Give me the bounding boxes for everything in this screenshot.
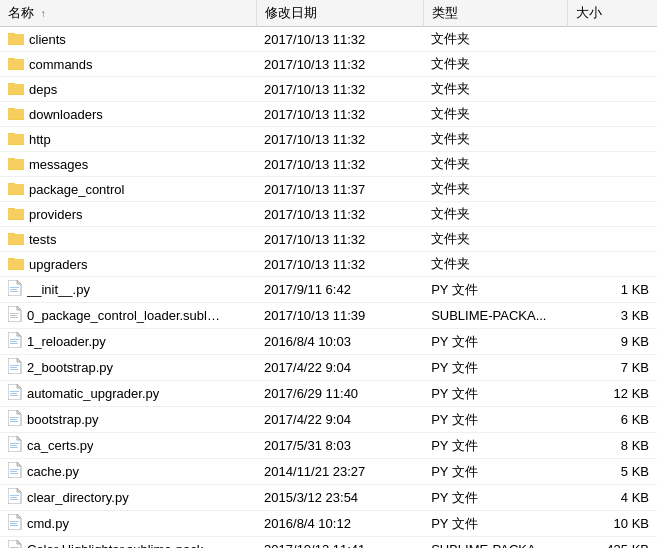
table-row[interactable]: Color Highlighter.sublime-package2017/10…: [0, 537, 657, 549]
file-size-cell: [568, 252, 657, 277]
file-type-cell: 文件夹: [423, 252, 568, 277]
file-icon: [8, 540, 22, 548]
file-type-cell: SUBLIME-PACKA...: [423, 537, 568, 549]
col-header-name[interactable]: 名称 ↑: [0, 0, 256, 27]
file-size-cell: [568, 27, 657, 52]
file-name-cell: http: [0, 127, 256, 152]
file-icon: [8, 306, 22, 325]
file-date-cell: 2017/10/13 11:32: [256, 127, 423, 152]
file-size-cell: [568, 177, 657, 202]
svg-rect-26: [8, 234, 24, 244]
file-size-cell: 7 KB: [568, 355, 657, 381]
svg-rect-17: [8, 159, 24, 169]
file-date-cell: 2017/10/13 11:32: [256, 27, 423, 52]
item-name-label: upgraders: [29, 257, 88, 272]
svg-rect-49: [10, 445, 17, 446]
file-date-cell: 2016/8/4 10:12: [256, 511, 423, 537]
table-row[interactable]: cache.py2014/11/21 23:27PY 文件5 KB: [0, 459, 657, 485]
folder-icon: [8, 31, 24, 48]
table-row[interactable]: package_control2017/10/13 11:37文件夹: [0, 177, 657, 202]
table-row[interactable]: automatic_upgrader.py2017/6/29 11:40PY 文…: [0, 381, 657, 407]
svg-rect-56: [10, 499, 18, 500]
file-list: clients2017/10/13 11:32文件夹 commands2017/…: [0, 27, 657, 549]
item-name-label: http: [29, 132, 51, 147]
item-name-label: Color Highlighter.sublime-package: [27, 542, 222, 548]
file-name-cell: messages: [0, 152, 256, 177]
table-row[interactable]: 1_reloader.py2016/8/4 10:03PY 文件9 KB: [0, 329, 657, 355]
svg-rect-2: [8, 34, 24, 44]
file-name-cell: clear_directory.py: [0, 485, 256, 511]
item-name-label: automatic_upgrader.py: [27, 386, 159, 401]
file-name-cell: 1_reloader.py: [0, 329, 256, 355]
file-size-cell: 4 KB: [568, 485, 657, 511]
item-name-label: bootstrap.py: [27, 412, 99, 427]
file-date-cell: 2017/4/22 9:04: [256, 407, 423, 433]
item-name-label: commands: [29, 57, 93, 72]
svg-rect-37: [10, 341, 17, 342]
table-row[interactable]: upgraders2017/10/13 11:32文件夹: [0, 252, 657, 277]
file-size-cell: 1 KB: [568, 277, 657, 303]
table-row[interactable]: bootstrap.py2017/4/22 9:04PY 文件6 KB: [0, 407, 657, 433]
svg-rect-52: [10, 471, 17, 472]
table-row[interactable]: clear_directory.py2015/3/12 23:54PY 文件4 …: [0, 485, 657, 511]
file-type-cell: PY 文件: [423, 277, 568, 303]
file-type-cell: 文件夹: [423, 102, 568, 127]
file-name-cell: 2_bootstrap.py: [0, 355, 256, 381]
table-row[interactable]: downloaders2017/10/13 11:32文件夹: [0, 102, 657, 127]
file-date-cell: 2014/11/21 23:27: [256, 459, 423, 485]
file-date-cell: 2017/10/13 11:32: [256, 102, 423, 127]
col-header-size[interactable]: 大小: [568, 0, 657, 27]
file-icon: [8, 436, 22, 455]
file-icon: [8, 514, 22, 533]
file-date-cell: 2017/6/29 11:40: [256, 381, 423, 407]
item-name-label: ca_certs.py: [27, 438, 93, 453]
table-row[interactable]: deps2017/10/13 11:32文件夹: [0, 77, 657, 102]
svg-rect-58: [10, 523, 17, 524]
folder-icon: [8, 131, 24, 148]
file-icon: [8, 488, 22, 507]
svg-rect-34: [10, 315, 17, 316]
table-row[interactable]: http2017/10/13 11:32文件夹: [0, 127, 657, 152]
table-row[interactable]: clients2017/10/13 11:32文件夹: [0, 27, 657, 52]
file-name-cell: providers: [0, 202, 256, 227]
file-date-cell: 2017/9/11 6:42: [256, 277, 423, 303]
item-name-label: cmd.py: [27, 516, 69, 531]
svg-rect-41: [10, 369, 18, 370]
file-type-cell: PY 文件: [423, 485, 568, 511]
table-row[interactable]: providers2017/10/13 11:32文件夹: [0, 202, 657, 227]
table-row[interactable]: ca_certs.py2017/5/31 8:03PY 文件8 KB: [0, 433, 657, 459]
file-type-cell: 文件夹: [423, 77, 568, 102]
file-date-cell: 2017/10/13 11:32: [256, 52, 423, 77]
table-row[interactable]: tests2017/10/13 11:32文件夹: [0, 227, 657, 252]
file-date-cell: 2017/10/13 11:32: [256, 77, 423, 102]
file-size-cell: [568, 202, 657, 227]
item-name-label: 0_package_control_loader.sublime-p...: [27, 308, 222, 323]
file-name-cell: downloaders: [0, 102, 256, 127]
file-type-cell: 文件夹: [423, 202, 568, 227]
table-row[interactable]: __init__.py2017/9/11 6:42PY 文件1 KB: [0, 277, 657, 303]
svg-rect-45: [10, 417, 19, 418]
svg-rect-55: [10, 497, 17, 498]
folder-icon: [8, 231, 24, 248]
file-name-cell: 0_package_control_loader.sublime-p...: [0, 303, 256, 329]
file-name-cell: upgraders: [0, 252, 256, 277]
col-header-date[interactable]: 修改日期: [256, 0, 423, 27]
table-row[interactable]: cmd.py2016/8/4 10:12PY 文件10 KB: [0, 511, 657, 537]
file-size-cell: 3 KB: [568, 303, 657, 329]
svg-rect-57: [10, 521, 19, 522]
file-type-cell: SUBLIME-PACKA...: [423, 303, 568, 329]
table-row[interactable]: messages2017/10/13 11:32文件夹: [0, 152, 657, 177]
file-size-cell: [568, 77, 657, 102]
file-icon: [8, 462, 22, 481]
folder-icon: [8, 81, 24, 98]
item-name-label: 2_bootstrap.py: [27, 360, 113, 375]
file-name-cell: deps: [0, 77, 256, 102]
col-header-type[interactable]: 类型: [423, 0, 568, 27]
file-name-cell: clients: [0, 27, 256, 52]
table-row[interactable]: commands2017/10/13 11:32文件夹: [0, 52, 657, 77]
table-row[interactable]: 0_package_control_loader.sublime-p...201…: [0, 303, 657, 329]
table-row[interactable]: 2_bootstrap.py2017/4/22 9:04PY 文件7 KB: [0, 355, 657, 381]
file-size-cell: 10 KB: [568, 511, 657, 537]
file-date-cell: 2016/8/4 10:03: [256, 329, 423, 355]
svg-rect-32: [10, 291, 18, 292]
